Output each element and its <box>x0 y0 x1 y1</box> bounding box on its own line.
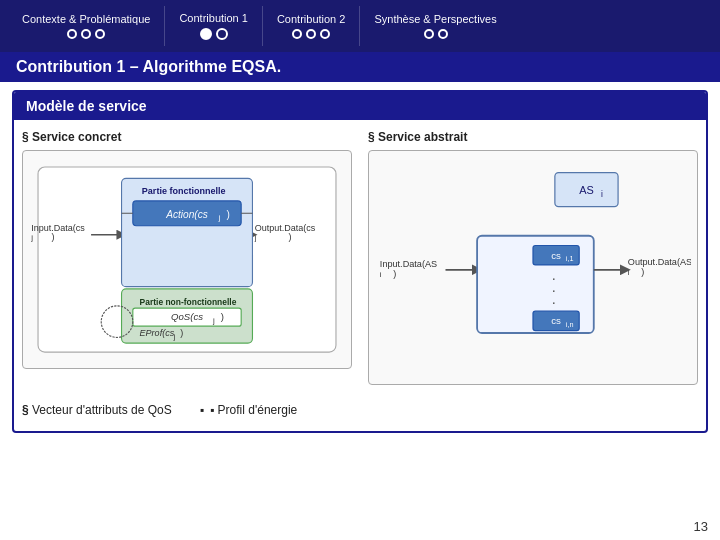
svg-text:): ) <box>180 328 183 338</box>
svg-text:j: j <box>212 316 215 325</box>
service-concret-section: Service concret Input.Data(cs j ) Output… <box>22 130 352 385</box>
abstrait-svg: AS i Input.Data(AS i ) cs i,1 <box>375 157 691 378</box>
dot-3 <box>95 29 105 39</box>
concret-svg: Input.Data(cs j ) Output.Data(cs j ) <box>29 157 345 362</box>
contribution-heading-text: Contribution 1 – Algorithme EQSA. <box>16 58 281 75</box>
svg-text:i: i <box>380 270 382 279</box>
svg-text:Input.Data(AS: Input.Data(AS <box>380 259 437 269</box>
page-number: 13 <box>694 519 708 534</box>
svg-text:j: j <box>172 332 175 341</box>
dot-1 <box>67 29 77 39</box>
dot-filled-large <box>200 28 212 40</box>
service-abstrait-diagram: AS i Input.Data(AS i ) cs i,1 <box>368 150 698 385</box>
modele-title-text: Modèle de service <box>26 98 147 114</box>
modele-header: Modèle de service <box>14 92 706 120</box>
svg-text:Partie fonctionnelle: Partie fonctionnelle <box>142 186 226 196</box>
service-concret-label: Service concret <box>22 130 352 144</box>
svg-text:i,n: i,n <box>566 320 574 329</box>
svg-text:): ) <box>641 267 644 277</box>
modele-body: Service concret Input.Data(cs j ) Output… <box>14 120 706 393</box>
svg-text:QoS(cs: QoS(cs <box>171 312 203 323</box>
svg-text:i,1: i,1 <box>566 254 574 263</box>
nav-item-contexte[interactable]: Contexte & Problématique <box>8 13 164 39</box>
svg-text:): ) <box>221 312 224 323</box>
bottom-labels: Vecteur d'attributs de QoS ▪ Profil d'én… <box>14 403 706 417</box>
dot-s-2 <box>438 29 448 39</box>
svg-text:cs: cs <box>551 250 561 261</box>
dot-c2-2 <box>306 29 316 39</box>
dot-2 <box>81 29 91 39</box>
nav-item-contribution1[interactable]: Contribution 1 <box>165 12 262 40</box>
svg-text:.: . <box>552 291 556 307</box>
svg-text:Output.Data(AS: Output.Data(AS <box>628 257 691 267</box>
profil-bullet: ▪ <box>200 403 204 417</box>
svg-text:j: j <box>218 213 221 222</box>
nav-dots-synthese <box>424 29 448 39</box>
svg-text:Action(cs: Action(cs <box>165 209 208 220</box>
dot-c2-3 <box>320 29 330 39</box>
svg-text:Partie non-fonctionnelle: Partie non-fonctionnelle <box>140 297 237 307</box>
svg-text:EProf(cs: EProf(cs <box>140 328 175 338</box>
nav-label-synthese: Synthèse & Perspectives <box>374 13 496 25</box>
nav-label-contribution2: Contribution 2 <box>277 13 346 25</box>
nav-label-contribution1: Contribution 1 <box>179 12 248 24</box>
nav-dots-contribution2 <box>292 29 330 39</box>
svg-text:j: j <box>254 233 257 242</box>
nav-label-contexte: Contexte & Problématique <box>22 13 150 25</box>
service-abstrait-label: Service abstrait <box>368 130 698 144</box>
svg-text:): ) <box>52 232 55 242</box>
service-abstrait-section: Service abstrait AS i Input.Da <box>368 130 698 385</box>
dot-c2-1 <box>292 29 302 39</box>
svg-text:i: i <box>601 189 603 199</box>
svg-text:cs: cs <box>551 316 561 327</box>
contribution-header: Contribution 1 – Algorithme EQSA. <box>0 52 720 82</box>
svg-text:Input.Data(cs: Input.Data(cs <box>31 223 85 233</box>
svg-text:): ) <box>393 269 396 279</box>
svg-text:i: i <box>628 268 630 277</box>
dot-s-1 <box>424 29 434 39</box>
svg-text:Output.Data(cs: Output.Data(cs <box>255 223 316 233</box>
nav-dots-contribution1 <box>200 28 228 40</box>
modele-de-service-box: Modèle de service Service concret Input.… <box>12 90 708 433</box>
nav-item-synthese[interactable]: Synthèse & Perspectives <box>360 13 510 39</box>
svg-text:AS: AS <box>579 184 594 196</box>
svg-text:): ) <box>227 209 230 220</box>
svg-text:): ) <box>289 232 292 242</box>
vecteur-label: Vecteur d'attributs de QoS <box>22 403 172 417</box>
top-nav: Contexte & Problématique Contribution 1 … <box>0 0 720 52</box>
profil-label: Profil d'énergie <box>210 403 297 417</box>
service-concret-diagram: Input.Data(cs j ) Output.Data(cs j ) <box>22 150 352 369</box>
svg-text:j: j <box>30 233 33 242</box>
nav-item-contribution2[interactable]: Contribution 2 <box>263 13 360 39</box>
main-content: Modèle de service Service concret Input.… <box>0 82 720 441</box>
nav-dots-contexte <box>67 29 105 39</box>
dot-empty-large <box>216 28 228 40</box>
